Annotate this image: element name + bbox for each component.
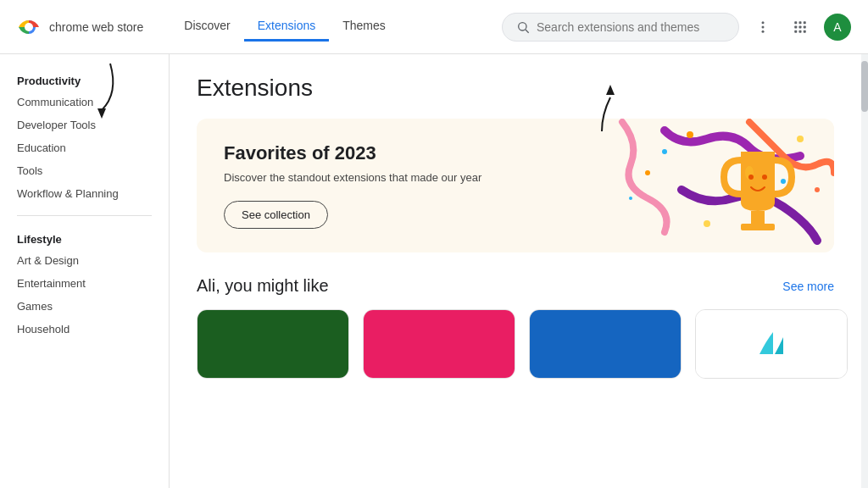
banner-subtitle: Discover the standout extensions that ma… [224, 171, 807, 184]
svg-point-5 [762, 21, 765, 24]
sidebar-item-entertainment[interactable]: Entertainment [0, 272, 162, 295]
svg-rect-11 [794, 25, 797, 28]
extension-cards-row [197, 309, 834, 379]
svg-point-20 [797, 136, 804, 142]
see-more-link[interactable]: See more [782, 280, 834, 293]
sidebar-item-workflow[interactable]: Workflow & Planning [0, 182, 162, 205]
svg-rect-10 [804, 21, 806, 24]
search-icon [516, 20, 530, 34]
svg-point-6 [762, 25, 765, 28]
apps-button[interactable] [787, 14, 814, 41]
content-area: Extensions Favorites of 2023 Discover th… [170, 54, 861, 488]
card-4-icon [751, 324, 792, 364]
sidebar-item-tools[interactable]: Tools [0, 159, 162, 182]
svg-rect-16 [804, 30, 806, 32]
more-options-button[interactable] [749, 14, 776, 41]
sidebar-item-education[interactable]: Education [0, 136, 162, 159]
tab-extensions[interactable]: Extensions [244, 12, 329, 42]
scrollbar-thumb[interactable] [861, 61, 868, 112]
banner-title: Favorites of 2023 [224, 142, 807, 164]
card-thumb-4 [696, 310, 847, 378]
page-title: Extensions [197, 75, 834, 102]
main-layout: Productivity Communication Developer Too… [0, 54, 868, 488]
avatar[interactable]: A [824, 14, 851, 41]
svg-point-2 [25, 23, 33, 31]
tab-discover[interactable]: Discover [170, 12, 243, 42]
banner-text: Favorites of 2023 Discover the standout … [224, 142, 807, 229]
sidebar-item-games[interactable]: Games [0, 295, 162, 318]
logo-area: chrome web store [17, 15, 143, 39]
sidebar-item-art-design[interactable]: Art & Design [0, 249, 162, 272]
extension-card-3[interactable] [529, 309, 682, 379]
section-header: Ali, you might like See more [197, 276, 834, 296]
chrome-logo-icon [17, 15, 41, 39]
svg-line-4 [526, 30, 529, 33]
header: chrome web store Discover Extensions The… [0, 0, 868, 54]
svg-rect-13 [804, 25, 806, 28]
extension-card-4[interactable] [695, 309, 848, 379]
svg-rect-9 [799, 21, 802, 24]
extension-card-1[interactable] [197, 309, 349, 379]
featured-banner: Favorites of 2023 Discover the standout … [197, 119, 834, 252]
svg-rect-12 [799, 25, 802, 28]
logo-text: chrome web store [49, 20, 143, 34]
card-thumb-1 [198, 310, 348, 378]
header-right: A [502, 13, 851, 42]
svg-rect-14 [794, 30, 797, 32]
svg-point-23 [815, 187, 820, 192]
sidebar-section-productivity: Productivity [0, 68, 169, 91]
scrollbar-track [861, 54, 868, 488]
svg-rect-8 [794, 21, 797, 24]
extension-card-2[interactable] [363, 309, 515, 379]
sidebar-section-lifestyle: Lifestyle [0, 226, 169, 249]
see-collection-button[interactable]: See collection [224, 201, 328, 229]
nav-tabs: Discover Extensions Themes [170, 12, 399, 42]
svg-point-18 [687, 131, 693, 138]
card-thumb-3 [530, 310, 681, 378]
grid-apps-icon [793, 19, 808, 35]
section-title: Ali, you might like [197, 276, 329, 296]
tab-themes[interactable]: Themes [329, 12, 399, 42]
svg-rect-15 [799, 30, 802, 32]
search-box[interactable] [502, 13, 739, 42]
svg-point-3 [519, 22, 526, 30]
svg-point-7 [762, 30, 765, 32]
sidebar-item-communication[interactable]: Communication [0, 91, 162, 114]
sidebar-divider [17, 215, 152, 216]
sidebar-item-household[interactable]: Household [0, 318, 162, 341]
search-input[interactable] [537, 20, 725, 34]
card-thumb-2 [364, 310, 515, 378]
vertical-dots-icon [755, 19, 771, 35]
sidebar-item-developer-tools[interactable]: Developer Tools [0, 114, 162, 136]
sidebar: Productivity Communication Developer Too… [0, 54, 170, 488]
